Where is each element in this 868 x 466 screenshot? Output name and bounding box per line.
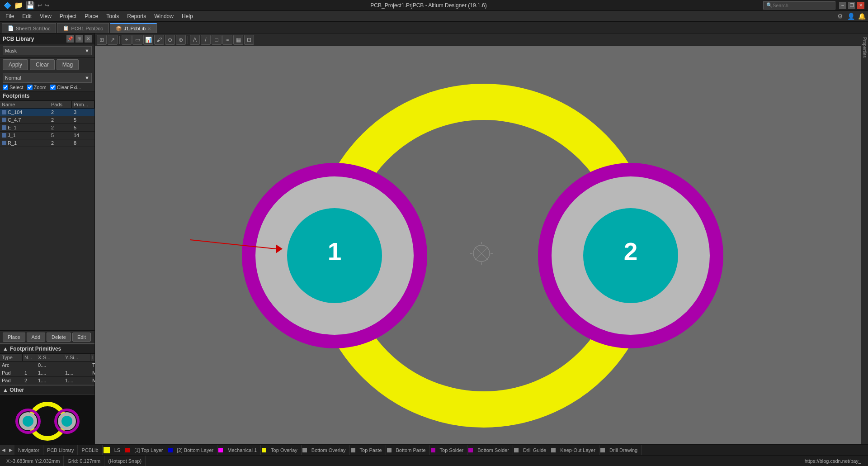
clear-btn[interactable]: Clear	[30, 59, 55, 70]
tab-pcblib[interactable]: 📦 J1.PcbLib ✕	[110, 23, 157, 33]
mag-btn[interactable]: Mag	[57, 59, 79, 70]
clear-exi-checkbox[interactable]	[50, 85, 56, 90]
layer-tab-bottom-overlay[interactable]: Bottom Overlay	[308, 445, 350, 456]
user-icon[interactable]: 👤	[846, 12, 855, 21]
menu-edit[interactable]: Edit	[19, 12, 35, 20]
panel-pin-btn[interactable]: 📌	[66, 35, 74, 43]
layer-nav-right-btn[interactable]: ▶	[7, 445, 14, 456]
mask-dropdown[interactable]: Mask ▼	[3, 46, 92, 55]
edit-btn[interactable]: Edit	[72, 333, 91, 342]
layer-tab-drill-guide[interactable]: Drill Guide	[519, 445, 550, 456]
layer-tab-top-overlay[interactable]: Top Overlay	[267, 445, 302, 456]
table-row[interactable]: C_4.7 2 5	[0, 116, 94, 124]
zoom-checkbox[interactable]	[27, 85, 33, 90]
navigator-label: Navigator	[18, 447, 39, 453]
tab-schematic-icon: 📄	[8, 25, 14, 31]
search-bar[interactable]: 🔍	[763, 1, 835, 10]
maximize-btn[interactable]: ❐	[848, 2, 855, 9]
layer-tab-ls[interactable]: LS	[111, 445, 124, 456]
top-solder-color	[431, 448, 435, 452]
toolbar-route-btn[interactable]: ↗	[108, 35, 118, 45]
pcb-library-label: PCB Library	[47, 447, 74, 453]
col-name[interactable]: Name	[0, 101, 49, 108]
other-label: Other	[9, 387, 24, 393]
menu-tools[interactable]: Tools	[103, 12, 123, 20]
layer-tab-top-paste[interactable]: Top Paste	[356, 445, 386, 456]
search-input[interactable]	[773, 3, 827, 8]
menu-place[interactable]: Place	[81, 12, 102, 20]
toolbar-filter-btn[interactable]: ⊞	[97, 35, 107, 45]
layer-tab-pcblib[interactable]: PCBLib	[78, 445, 102, 456]
settings-icon[interactable]: ⚙	[835, 12, 844, 21]
toolbar-grid-btn[interactable]: ▦	[233, 35, 243, 45]
apply-btn[interactable]: Apply	[3, 59, 28, 70]
menu-help[interactable]: Help	[178, 12, 197, 20]
menu-view[interactable]: View	[36, 12, 55, 20]
toolbar-rect-btn[interactable]: ▭	[132, 35, 142, 45]
prim-col-n[interactable]: N...	[23, 354, 36, 361]
toolbar-box-btn[interactable]: □	[212, 35, 222, 45]
toolbar-chart-btn[interactable]: 📊	[143, 35, 153, 45]
properties-btn[interactable]: Properties	[861, 35, 868, 60]
title-bar: 🔷 📁 💾 ↩ ↪ PCB_Project1.PrjPCB - Altium D…	[0, 0, 868, 11]
toolbar-marker-btn[interactable]: ⊕	[176, 35, 186, 45]
tab-close-icon[interactable]: ✕	[147, 26, 151, 31]
layer-tab-bottom-solder[interactable]: Bottom Solder	[474, 445, 513, 456]
layer-nav-left-btn[interactable]: ◀	[0, 445, 7, 456]
panel-close-btn[interactable]: ✕	[85, 35, 92, 43]
panel-float-btn[interactable]: ⊞	[75, 35, 83, 43]
table-row[interactable]: J_1 5 14	[0, 132, 94, 139]
prim-ys	[63, 361, 90, 369]
primitives-row[interactable]: Pad 1 1.... 1.... M...	[0, 369, 94, 377]
col-pads[interactable]: Pads	[49, 101, 72, 108]
menu-file[interactable]: File	[2, 12, 18, 20]
primitives-row[interactable]: Pad 2 1.... 1.... M...	[0, 377, 94, 385]
tab-pcblib-label: J1.PcbLib	[124, 26, 146, 31]
table-row[interactable]: R_1 2 8	[0, 139, 94, 147]
select-checkbox[interactable]	[3, 85, 8, 90]
toolbar-wave-btn[interactable]: ≈	[222, 35, 232, 45]
layer-tab-bottom[interactable]: [2] Bottom Layer	[174, 445, 218, 456]
table-row[interactable]: C_104 2 3	[0, 109, 94, 116]
collapse-icon[interactable]: ▲	[3, 346, 8, 352]
layer-tab-top-solder[interactable]: Top Solder	[436, 445, 468, 456]
toolbar-text-btn[interactable]: A	[190, 35, 200, 45]
toolbar-line-btn[interactable]: /	[201, 35, 211, 45]
col-prims[interactable]: Prim...	[72, 101, 94, 108]
menu-reports[interactable]: Reports	[123, 12, 150, 20]
normal-chevron-icon: ▼	[85, 75, 90, 81]
collapse-other-icon[interactable]: ▲	[3, 387, 8, 393]
toolbar-add-btn[interactable]: +	[122, 35, 132, 45]
pcb-canvas[interactable]: 1 2	[95, 46, 861, 444]
add-btn[interactable]: Add	[27, 333, 46, 342]
layer-tab-bottom-paste[interactable]: Bottom Paste	[392, 445, 430, 456]
toolbar-circle-btn[interactable]: ⊙	[165, 35, 175, 45]
prim-col-xs[interactable]: X-S...	[36, 354, 63, 361]
toolbar-paint-btn[interactable]: 🖌	[154, 35, 164, 45]
place-btn[interactable]: Place	[3, 333, 25, 342]
table-row[interactable]: E_1 2 5	[0, 124, 94, 132]
toolbar-frame-btn[interactable]: ⊡	[244, 35, 254, 45]
tab-pcbdoc[interactable]: 📋 PCB1.PcbDoc	[57, 23, 108, 33]
keepout-color	[551, 448, 556, 452]
footprints-table-header: Name Pads Prim...	[0, 101, 94, 109]
layer-tab-drill-drawing[interactable]: Drill Drawing	[606, 445, 642, 456]
close-btn[interactable]: ✕	[857, 2, 864, 9]
layer-tab-navigator[interactable]: Navigator	[14, 445, 43, 456]
notifications-icon[interactable]: 🔔	[857, 12, 866, 21]
minimize-btn[interactable]: –	[839, 2, 846, 9]
menu-window[interactable]: Window	[151, 12, 177, 20]
prim-col-type[interactable]: Type	[0, 354, 23, 361]
layer-tab-keepout[interactable]: Keep-Out Layer	[557, 445, 599, 456]
layer-tab-top[interactable]: [1] Top Layer	[131, 445, 167, 456]
normal-dropdown[interactable]: Normal ▼	[3, 73, 92, 83]
layer-tab-pcb-library[interactable]: PCB Library	[43, 445, 78, 456]
layer-tab-mech1[interactable]: Mechanical 1	[224, 445, 261, 456]
delete-btn[interactable]: Delete	[47, 333, 71, 342]
zoom-label: Zoom	[34, 85, 47, 90]
menu-project[interactable]: Project	[56, 12, 80, 20]
tab-schematic[interactable]: 📄 Sheet1.SchDoc	[2, 23, 56, 33]
primitives-row[interactable]: Arc 0.... To...	[0, 361, 94, 369]
mech1-color	[218, 448, 223, 452]
prim-col-ys[interactable]: Y-Si...	[63, 354, 90, 361]
